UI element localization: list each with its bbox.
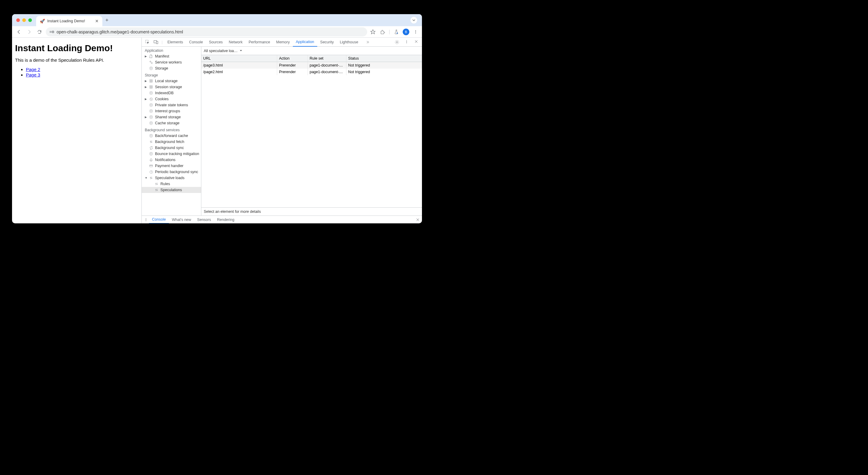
col-ruleset[interactable]: Rule set — [308, 55, 346, 62]
browser-menu-icon[interactable] — [412, 29, 419, 35]
sidebar-item-label: Shared storage — [155, 115, 181, 119]
sidebar-section-title: Storage — [142, 71, 201, 78]
svg-rect-18 — [150, 80, 153, 83]
sidebar-item-service-workers[interactable]: Service workers — [142, 59, 201, 65]
more-tabs-icon[interactable] — [364, 40, 371, 44]
page-link[interactable]: Page 3 — [26, 72, 40, 77]
sidebar-item-label: IndexedDB — [155, 91, 174, 95]
sidebar-item-indexeddb[interactable]: IndexedDB — [142, 90, 201, 96]
site-info-icon[interactable] — [49, 30, 54, 34]
cell-ruleset: page1-document-… — [308, 69, 346, 75]
expand-arrow-icon: ▶ — [145, 55, 147, 58]
sidebar-item-speculations[interactable]: Speculations — [142, 187, 201, 193]
col-url[interactable]: URL — [202, 55, 277, 62]
sidebar-item-private-state-tokens[interactable]: Private state tokens — [142, 102, 201, 108]
cell-ruleset: page1-document-… — [308, 62, 346, 69]
devtools-close-icon[interactable] — [412, 40, 420, 44]
grid-icon — [149, 85, 153, 89]
devtools-drawer: ConsoleWhat's newSensorsRendering — [142, 215, 422, 224]
sidebar-item-bounce-tracking-mitigation[interactable]: Bounce tracking mitigation — [142, 151, 201, 157]
extensions-icon[interactable] — [379, 29, 386, 35]
drawer-tab-console[interactable]: Console — [149, 216, 169, 224]
page-links-list: Page 2 Page 3 — [15, 67, 138, 78]
back-button[interactable] — [15, 28, 23, 36]
sidebar-item-storage[interactable]: Storage — [142, 65, 201, 71]
sidebar-item-label: Back/forward cache — [155, 133, 188, 138]
devtools-tab-sources[interactable]: Sources — [206, 38, 226, 47]
speculations-filter-dropdown[interactable]: All speculative loa… — [202, 47, 422, 55]
svg-rect-0 — [50, 31, 52, 31]
devtools-tab-application[interactable]: Application — [293, 38, 317, 47]
page-link[interactable]: Page 2 — [26, 67, 40, 72]
devtools-tab-memory[interactable]: Memory — [273, 38, 293, 47]
sidebar-item-payment-handler[interactable]: Payment handler — [142, 163, 201, 169]
address-bar[interactable]: open-chalk-asparagus.glitch.me/page1-doc… — [46, 27, 367, 36]
table-row[interactable]: /page2.htmlPrerenderpage1-document-…Not … — [202, 69, 422, 75]
sidebar-item-rules[interactable]: Rules — [142, 181, 201, 187]
drawer-tab-rendering[interactable]: Rendering — [214, 216, 238, 224]
new-tab-button[interactable]: + — [105, 17, 108, 24]
sidebar-item-label: Cookies — [155, 97, 168, 101]
sidebar-item-local-storage[interactable]: ▶Local storage — [142, 78, 201, 84]
sidebar-item-periodic-background-sync[interactable]: Periodic background sync — [142, 169, 201, 175]
maximize-window-button[interactable] — [28, 18, 32, 22]
labs-icon[interactable] — [393, 29, 400, 35]
table-header: URL Action Rule set Status — [202, 55, 422, 62]
bookmark-icon[interactable] — [370, 29, 376, 35]
inspect-icon[interactable] — [144, 40, 151, 44]
svg-point-23 — [151, 99, 152, 99]
devtools-tab-lighthouse[interactable]: Lighthouse — [337, 38, 361, 47]
sidebar-item-cache-storage[interactable]: Cache storage — [142, 120, 201, 126]
db-icon — [149, 103, 153, 107]
sidebar-item-background-fetch[interactable]: Background fetch — [142, 139, 201, 145]
sidebar-item-speculative-loads[interactable]: ▼Speculative loads — [142, 175, 201, 181]
devtools-tab-security[interactable]: Security — [317, 38, 337, 47]
tab-list-chevron-icon[interactable] — [410, 17, 417, 24]
sidebar-item-background-sync[interactable]: Background sync — [142, 145, 201, 151]
svg-point-6 — [415, 31, 416, 32]
table-row[interactable]: /page3.htmlPrerenderpage1-document-…Not … — [202, 62, 422, 69]
device-toggle-icon[interactable] — [152, 40, 160, 44]
svg-point-22 — [151, 98, 151, 99]
sidebar-item-back-forward-cache[interactable]: Back/forward cache — [142, 133, 201, 139]
svg-point-17 — [150, 67, 152, 68]
drawer-tab-what-s-new[interactable]: What's new — [169, 216, 194, 224]
dropdown-label: All speculative loa… — [204, 49, 238, 53]
devtools-tab-performance[interactable]: Performance — [246, 38, 273, 47]
sidebar-item-notifications[interactable]: Notifications — [142, 157, 201, 163]
devtools-menu-icon[interactable] — [403, 40, 410, 44]
sidebar-item-manifest[interactable]: ▶Manifest — [142, 53, 201, 59]
cell-action: Prerender — [277, 69, 308, 75]
col-action[interactable]: Action — [277, 55, 308, 62]
drawer-menu-icon[interactable] — [144, 218, 148, 222]
close-window-button[interactable] — [16, 18, 20, 22]
profile-avatar[interactable]: B — [403, 29, 409, 35]
col-status[interactable]: Status — [346, 55, 422, 62]
browser-tab[interactable]: 🚀 Instant Loading Demo! ✕ — [36, 16, 102, 26]
expand-arrow-icon: ▶ — [145, 80, 147, 83]
drawer-tab-sensors[interactable]: Sensors — [194, 216, 214, 224]
db-icon — [149, 66, 153, 70]
devtools-tab-network[interactable]: Network — [226, 38, 246, 47]
updown-icon — [154, 188, 159, 192]
svg-point-21 — [150, 97, 153, 100]
devtools-tab-console[interactable]: Console — [186, 38, 206, 47]
drawer-close-icon[interactable] — [416, 218, 420, 221]
svg-rect-3 — [53, 31, 53, 32]
sidebar-item-interest-groups[interactable]: Interest groups — [142, 108, 201, 114]
devtools-settings-icon[interactable] — [393, 40, 401, 44]
sidebar-item-shared-storage[interactable]: ▶Shared storage — [142, 114, 201, 120]
sidebar-item-cookies[interactable]: ▶Cookies — [142, 96, 201, 102]
sidebar-item-label: Notifications — [155, 158, 176, 162]
close-tab-icon[interactable]: ✕ — [95, 19, 99, 24]
devtools-tab-elements[interactable]: Elements — [164, 38, 186, 47]
forward-button[interactable] — [25, 28, 33, 36]
reload-button[interactable] — [35, 28, 43, 36]
sidebar-item-session-storage[interactable]: ▶Session storage — [142, 84, 201, 90]
db-icon — [149, 115, 153, 119]
svg-point-11 — [396, 41, 398, 43]
cookie-icon — [149, 97, 153, 101]
svg-point-20 — [150, 91, 152, 92]
db-icon — [149, 91, 153, 95]
minimize-window-button[interactable] — [22, 18, 26, 22]
